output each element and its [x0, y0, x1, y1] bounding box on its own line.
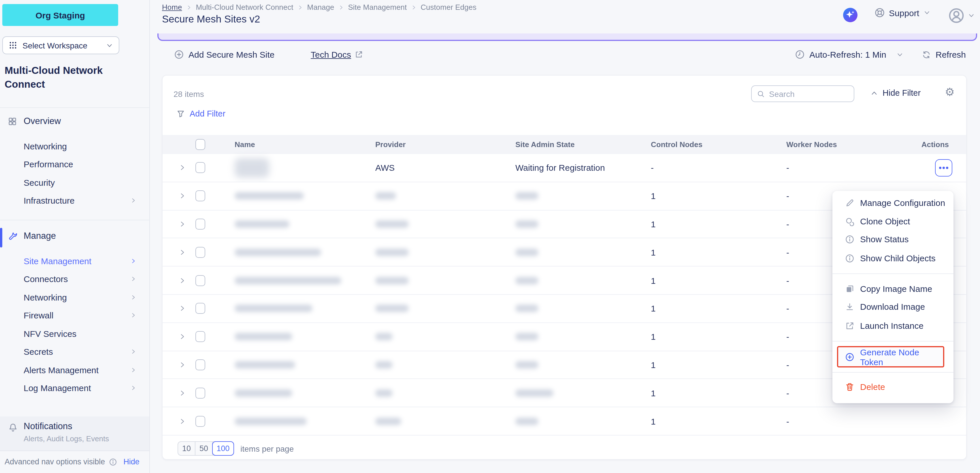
row-expand-chevron[interactable] — [179, 154, 186, 182]
org-staging-button[interactable]: Org Staging — [2, 4, 118, 26]
sidebar-item-nfv-services[interactable]: NFV Services — [24, 326, 149, 341]
auto-refresh-dropdown[interactable]: Auto-Refresh: 1 Min — [795, 49, 904, 59]
sidebar-item-alerts-management[interactable]: Alerts Management — [24, 362, 149, 377]
row-expand-chevron[interactable] — [179, 182, 186, 210]
chevron-down-icon — [923, 9, 930, 16]
redacted-state — [515, 305, 538, 312]
ai-assistant-button[interactable] — [843, 8, 858, 22]
menu-item-download-image[interactable]: Download Image — [832, 298, 953, 315]
site-admin-state-cell — [515, 379, 554, 407]
menu-item-clone-object[interactable]: Clone Object — [832, 212, 953, 230]
sidebar-overview-label: Overview — [24, 116, 61, 126]
column-header-worker-nodes[interactable]: Worker Nodes — [786, 135, 837, 154]
redacted-state — [515, 277, 538, 284]
row-actions-button[interactable] — [935, 159, 952, 177]
row-checkbox[interactable] — [196, 331, 205, 342]
menu-item-delete[interactable]: Delete — [832, 378, 953, 396]
external-link-icon — [355, 50, 363, 59]
row-expand-chevron[interactable] — [179, 295, 186, 322]
menu-item-generate-node-token[interactable]: Generate Node Token — [837, 346, 944, 368]
add-secure-mesh-site-button[interactable]: Add Secure Mesh Site — [174, 49, 275, 59]
row-expand-chevron[interactable] — [179, 407, 186, 435]
control-nodes-cell: 1 — [651, 323, 656, 351]
sidebar-item-networking[interactable]: Networking — [24, 139, 149, 153]
app-window: Org Staging Select Workspace Multi-Cloud… — [0, 0, 980, 473]
row-checkbox[interactable] — [196, 303, 205, 314]
menu-item-label: Launch Instance — [860, 321, 924, 331]
workspace-selector[interactable]: Select Workspace — [2, 36, 119, 54]
notifications-label: Notifications — [24, 421, 72, 432]
breadcrumb-item[interactable]: Site Management — [348, 3, 407, 11]
gear-icon[interactable]: ⚙ — [945, 86, 955, 97]
menu-item-copy-image-name[interactable]: Copy Image Name — [832, 280, 953, 298]
sidebar: Org Staging Select Workspace Multi-Cloud… — [0, 0, 150, 473]
row-expand-chevron[interactable] — [179, 323, 186, 351]
control-nodes-cell: 1 — [651, 210, 656, 238]
hide-filter-button[interactable]: Hide Filter — [870, 88, 921, 97]
breadcrumb-item[interactable]: Manage — [307, 3, 334, 11]
tech-docs-link[interactable]: Tech Docs — [311, 49, 363, 59]
redacted-name — [235, 158, 269, 178]
column-header-name[interactable]: Name — [235, 135, 255, 154]
sidebar-item-site-management[interactable]: Site Management — [24, 253, 149, 268]
row-checkbox[interactable] — [196, 416, 205, 427]
worker-nodes-cell: - — [786, 323, 789, 351]
menu-item-show-child-objects[interactable]: Show Child Objects — [832, 249, 953, 267]
row-expand-chevron[interactable] — [179, 266, 186, 294]
row-checkbox[interactable] — [196, 219, 205, 229]
active-section-indicator — [0, 228, 2, 247]
page-size-option-10[interactable]: 10 — [178, 442, 196, 455]
clone-icon — [845, 217, 854, 226]
column-header-provider[interactable]: Provider — [375, 135, 406, 154]
sidebar-item-security[interactable]: Security — [24, 175, 149, 190]
name-cell — [235, 407, 307, 435]
hide-filter-label: Hide Filter — [883, 88, 921, 97]
refresh-button[interactable]: Refresh — [922, 49, 966, 59]
divider — [0, 107, 150, 108]
row-checkbox[interactable] — [196, 359, 205, 370]
sidebar-item-manage[interactable]: Manage — [8, 231, 56, 241]
sidebar-item-performance[interactable]: Performance — [24, 157, 149, 172]
select-all-checkbox[interactable] — [196, 139, 205, 150]
row-checkbox[interactable] — [196, 247, 205, 258]
search-input[interactable] — [769, 89, 844, 98]
sidebar-item-notifications[interactable]: Notifications Alerts, Audit Logs, Events — [0, 416, 149, 451]
sidebar-item-networking[interactable]: Networking — [24, 290, 149, 304]
sidebar-item-secrets[interactable]: Secrets — [24, 344, 149, 359]
column-header-site-admin-state[interactable]: Site Admin State — [515, 135, 575, 154]
sidebar-item-log-management[interactable]: Log Management — [24, 381, 149, 395]
support-menu[interactable]: Support — [875, 8, 930, 18]
sidebar-item-overview[interactable]: Overview — [8, 116, 61, 126]
sidebar-item-firewall[interactable]: Firewall — [24, 308, 149, 323]
row-checkbox[interactable] — [196, 388, 205, 398]
name-cell — [235, 351, 295, 379]
column-header-control-nodes[interactable]: Control Nodes — [651, 135, 702, 154]
redacted-name — [235, 333, 292, 340]
row-expand-chevron[interactable] — [179, 351, 186, 379]
provider-cell — [375, 407, 401, 435]
redacted-name — [235, 277, 341, 284]
user-menu[interactable] — [948, 8, 975, 24]
breadcrumb-item[interactable]: Multi-Cloud Network Connect — [196, 3, 293, 11]
row-expand-chevron[interactable] — [179, 210, 186, 238]
add-filter-button[interactable]: Add Filter — [177, 109, 225, 118]
hide-nav-button[interactable]: Hide — [123, 457, 140, 466]
row-checkbox[interactable] — [196, 275, 205, 286]
page-size-option-100[interactable]: 100 — [212, 441, 234, 456]
row-checkbox[interactable] — [196, 190, 205, 201]
menu-item-manage-configuration[interactable]: Manage Configuration — [832, 194, 953, 212]
menu-item-show-status[interactable]: Show Status — [832, 230, 953, 248]
row-checkbox[interactable] — [196, 162, 205, 174]
sidebar-item-connectors[interactable]: Connectors — [24, 271, 149, 287]
provider-cell — [375, 379, 393, 407]
row-expand-chevron[interactable] — [179, 379, 186, 407]
page-size-option-50[interactable]: 50 — [196, 442, 213, 455]
breadcrumb: HomeMulti-Cloud Network ConnectManageSit… — [162, 3, 476, 11]
sidebar-item-infrastructure[interactable]: Infrastructure — [24, 193, 149, 208]
row-expand-chevron[interactable] — [179, 239, 186, 266]
table-row: 1- — [162, 407, 966, 435]
menu-item-launch-instance[interactable]: Launch Instance — [832, 317, 953, 334]
menu-item-label: Clone Object — [860, 216, 910, 226]
breadcrumb-item[interactable]: Home — [162, 3, 182, 11]
site-admin-state-cell — [515, 239, 538, 266]
